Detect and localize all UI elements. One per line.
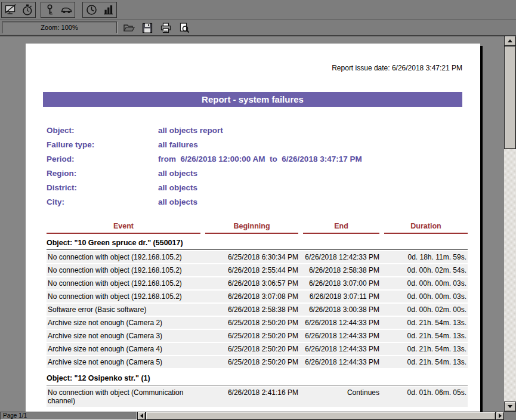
col-header-event: Event xyxy=(47,222,200,234)
stopwatch-icon xyxy=(21,4,33,16)
table-row: Software error (Basic software)6/26/2018… xyxy=(47,304,468,316)
scroll-right-button[interactable] xyxy=(496,412,504,420)
table-cell: No connection with object (192.168.105.2… xyxy=(47,292,200,301)
table-row: No connection with object (Communication… xyxy=(47,387,468,407)
table-cell: 6/25/2018 2:50:20 PM xyxy=(205,319,298,327)
monitor-off-icon xyxy=(4,4,17,16)
table-cell: 0d. 21h. 54m. 13s. xyxy=(384,345,468,353)
table-row: No connection with object (192.168.105.2… xyxy=(47,291,468,302)
table-cell: 0d. 21h. 54m. 13s. xyxy=(384,332,468,340)
param-label: Period: xyxy=(47,155,158,163)
horizontal-scrollbar[interactable] xyxy=(137,412,504,420)
table-cell: 6/26/2018 2:58:38 PM xyxy=(303,266,379,274)
car-icon xyxy=(60,4,73,16)
param-label: Object: xyxy=(47,126,158,135)
table-cell: 6/25/2018 6:30:34 PM xyxy=(205,253,298,261)
report-parameters: Object: all objects report Failure type:… xyxy=(47,123,480,209)
param-value: all objects xyxy=(158,169,197,178)
table-cell: 0d. 01h. 06m. 05s. xyxy=(384,388,468,405)
param-row: Period: from 6/26/2018 12:00:00 AM to 6/… xyxy=(47,152,480,166)
scroll-up-button[interactable] xyxy=(504,36,516,46)
param-value: from 6/26/2018 12:00:00 AM to 6/26/2018 … xyxy=(158,155,362,163)
param-value: all failures xyxy=(158,140,198,149)
scroll-down-button[interactable] xyxy=(504,402,516,412)
print-icon xyxy=(160,22,172,34)
toolbar-group-reports xyxy=(82,2,117,18)
param-row: District: all objects xyxy=(47,180,480,194)
section-title: Object: "12 Osipenko str." (1) xyxy=(47,369,468,385)
bar-chart-button[interactable] xyxy=(100,2,116,17)
main-toolbar xyxy=(0,0,516,20)
param-value: all objects xyxy=(158,197,197,206)
table-cell: 0d. 18h. 11m. 59s. xyxy=(384,253,468,261)
table-cell: 6/25/2018 2:50:20 PM xyxy=(205,332,298,340)
report-table-body: Object: "10 Green spruce dr." (550017)No… xyxy=(47,234,468,412)
table-cell: No connection with object (Communication… xyxy=(47,388,200,405)
table-cell: 6/26/2018 12:44:33 PM xyxy=(303,319,379,327)
horizontal-scroll-thumb[interactable] xyxy=(146,412,496,420)
section-title: Object: "10 Green spruce dr." (550017) xyxy=(47,234,468,250)
table-cell: 0d. 21h. 54m. 13s. xyxy=(384,358,468,366)
table-cell: 6/26/2018 2:41:16 PM xyxy=(205,388,298,405)
table-cell: 0d. 21h. 54m. 13s. xyxy=(384,319,468,327)
table-cell: Software error (Basic software) xyxy=(47,305,200,314)
table-cell: Archive size not enough (Camera 5) xyxy=(47,358,200,366)
file-toolbar: Zoom: 100% xyxy=(0,20,516,36)
scroll-left-button[interactable] xyxy=(137,412,146,420)
zoom-level-control[interactable]: Zoom: 100% xyxy=(2,21,117,33)
preview-button[interactable] xyxy=(177,21,191,35)
table-row: No connection with object (192.168.105.2… xyxy=(47,251,468,263)
toolbar-group-objects xyxy=(41,2,75,18)
arrow-right-icon xyxy=(499,413,502,418)
param-row: Region: all objects xyxy=(47,166,480,180)
table-row: Archive size not enough (Camera 4)6/25/2… xyxy=(47,343,468,355)
param-label: Failure type: xyxy=(47,140,158,149)
print-button[interactable] xyxy=(159,21,173,35)
toolbar-group-display xyxy=(1,2,36,18)
status-bar: Page 1/1 xyxy=(0,412,516,420)
table-row: No connection with object (192.168.105.2… xyxy=(47,277,468,289)
table-cell: 0d. 00h. 00m. 03s. xyxy=(384,279,468,288)
table-cell: 6/26/2018 2:55:44 PM xyxy=(205,266,298,274)
bar-chart-icon xyxy=(102,4,115,16)
param-row: City: all objects xyxy=(47,194,480,209)
table-cell: 6/26/2018 3:07:08 PM xyxy=(205,292,298,301)
param-value: all objects xyxy=(158,183,197,192)
table-cell: Archive size not enough (Camera 2) xyxy=(47,319,200,327)
arrow-down-icon xyxy=(508,405,512,408)
param-label: City: xyxy=(47,197,158,206)
table-cell: No connection with object (192.168.105.2… xyxy=(47,266,200,274)
key-icon xyxy=(44,4,56,16)
table-cell: 0d. 00h. 02m. 54s. xyxy=(384,266,468,274)
car-button[interactable] xyxy=(58,2,75,17)
report-title: Report - system failures xyxy=(43,92,462,107)
clock-button[interactable] xyxy=(83,2,100,17)
key-button[interactable] xyxy=(41,2,58,17)
open-folder-icon xyxy=(123,22,135,34)
table-row: Archive size not enough (Camera 3)6/25/2… xyxy=(47,330,468,342)
save-button[interactable] xyxy=(140,21,155,35)
vertical-scroll-thumb[interactable] xyxy=(504,46,516,149)
table-cell: Archive size not enough (Camera 3) xyxy=(47,332,200,340)
table-header-row: Event Beginning End Duration xyxy=(47,222,468,234)
param-label: Region: xyxy=(47,169,158,178)
table-cell: 6/26/2018 12:44:33 PM xyxy=(303,345,379,353)
report-issue-date: Report issue date: 6/26/2018 3:47:21 PM xyxy=(26,64,462,72)
monitor-button[interactable] xyxy=(2,2,18,17)
report-viewport[interactable]: Report issue date: 6/26/2018 3:47:21 PM … xyxy=(0,36,504,412)
page-indicator: Page 1/1 xyxy=(0,412,137,420)
table-cell: No connection with object (192.168.105.2… xyxy=(47,253,200,261)
report-page: Report issue date: 6/26/2018 3:47:21 PM … xyxy=(26,44,480,412)
vertical-scrollbar[interactable] xyxy=(504,36,516,412)
open-report-button[interactable] xyxy=(122,21,136,35)
table-row: Archive size not enough (Camera 5)6/25/2… xyxy=(47,356,468,368)
stopwatch-button[interactable] xyxy=(18,2,35,17)
arrow-up-icon xyxy=(508,39,512,42)
param-row: Object: all objects report xyxy=(47,123,480,137)
table-cell: 6/26/2018 12:44:33 PM xyxy=(303,358,379,366)
table-cell: 0d. 00h. 00m. 03s. xyxy=(384,292,468,301)
table-cell: 6/26/2018 12:42:33 PM xyxy=(303,253,379,261)
save-icon xyxy=(141,22,153,34)
table-cell: 6/26/2018 2:58:38 PM xyxy=(205,305,298,314)
table-cell: Archive size not enough (Camera 4) xyxy=(47,345,200,353)
